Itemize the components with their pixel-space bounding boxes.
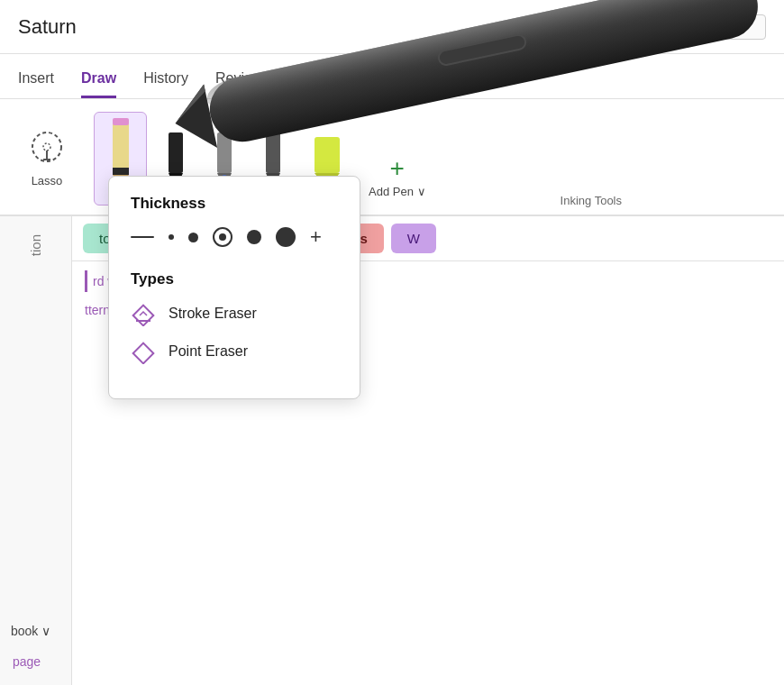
stroke-eraser-icon — [131, 301, 156, 326]
thickness-option-lg[interactable] — [247, 230, 261, 244]
thickness-option-line[interactable] — [131, 236, 154, 238]
menu-review[interactable]: Review — [215, 70, 262, 98]
thickness-custom-button[interactable]: + — [310, 225, 322, 249]
add-pen-plus-icon: + — [390, 156, 405, 181]
search-label: Search — [638, 20, 678, 34]
thickness-row: + — [131, 225, 338, 249]
menu-draw[interactable]: Draw — [81, 70, 116, 98]
lasso-tool[interactable]: Lasso — [18, 120, 76, 195]
svg-rect-11 — [169, 132, 183, 173]
thickness-popup: Thickness + Types Stroke Eraser Point — [108, 176, 360, 399]
point-eraser-label: Point Eraser — [169, 343, 248, 360]
stroke-eraser-option[interactable]: Stroke Eraser — [131, 301, 338, 326]
svg-rect-21 — [315, 137, 340, 173]
thickness-selected-inner — [219, 233, 226, 241]
types-section: Types Stroke Eraser Point Eraser — [131, 270, 338, 364]
svg-rect-14 — [217, 132, 232, 173]
svg-rect-5 — [113, 168, 129, 175]
add-pen-label: Add Pen ∨ — [369, 185, 426, 198]
sidebar-section-tion: tion — [28, 234, 43, 256]
lasso-icon — [25, 127, 68, 170]
menu-help[interactable]: Help — [348, 70, 378, 98]
search-box[interactable]: 🔍 Search — [604, 14, 766, 40]
search-icon: 🔍 — [615, 20, 631, 34]
add-pen-button[interactable]: + Add Pen ∨ — [361, 149, 433, 206]
svg-point-1 — [43, 143, 50, 151]
menu-history[interactable]: History — [143, 70, 188, 98]
app-title: Saturn — [18, 15, 604, 39]
menu-bar: Insert Draw History Review View Help — [0, 54, 784, 99]
thickness-option-selected[interactable] — [213, 227, 232, 247]
page-label[interactable]: page — [0, 647, 71, 676]
thickness-option-xl[interactable] — [276, 227, 296, 247]
thickness-option-md[interactable] — [188, 233, 198, 242]
stroke-eraser-label: Stroke Eraser — [169, 306, 257, 322]
menu-view[interactable]: View — [289, 70, 320, 98]
svg-rect-18 — [266, 132, 280, 173]
svg-rect-4 — [113, 123, 129, 172]
inking-tools-label: Inking Tools — [561, 194, 622, 207]
point-eraser-icon — [131, 339, 156, 364]
thickness-option-sm[interactable] — [169, 234, 174, 240]
notebook-label[interactable]: book ∨ — [0, 615, 71, 647]
section-tab-w[interactable]: W — [391, 224, 436, 253]
sidebar: tion book ∨ page — [0, 216, 72, 685]
thickness-section-title: Thickness — [131, 195, 338, 213]
svg-rect-8 — [113, 118, 129, 125]
title-bar: Saturn 🔍 Search — [0, 0, 784, 54]
lasso-label: Lasso — [32, 174, 63, 187]
point-eraser-option[interactable]: Point Eraser — [131, 339, 338, 364]
svg-rect-30 — [133, 306, 154, 326]
menu-insert[interactable]: Insert — [18, 70, 54, 98]
svg-rect-32 — [133, 343, 154, 364]
types-section-title: Types — [131, 270, 338, 288]
